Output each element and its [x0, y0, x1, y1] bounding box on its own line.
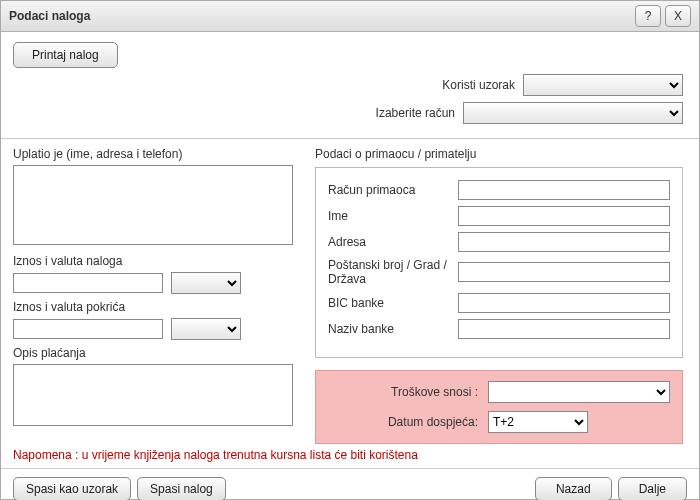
main-area: Uplatio je (ime, adresa i telefon) Iznos…	[1, 139, 699, 444]
top-selects: Koristi uzorak Izaberite račun	[1, 74, 699, 138]
recipient-fieldset: Račun primaoca Ime Adresa Poštanski broj…	[315, 167, 683, 358]
payment-desc-textarea[interactable]	[13, 364, 293, 426]
note-text: Napomena : u vrijeme knjiženja naloga tr…	[1, 444, 699, 468]
back-button[interactable]: Nazad	[535, 477, 612, 500]
recipient-address-input[interactable]	[458, 232, 670, 252]
due-date-label: Datum dospjeća:	[328, 415, 478, 429]
save-as-template-button[interactable]: Spasi kao uzorak	[13, 477, 131, 500]
recipient-bic-input[interactable]	[458, 293, 670, 313]
recipient-bank-label: Naziv banke	[328, 322, 458, 336]
payment-desc-label: Opis plaćanja	[13, 346, 293, 360]
amount-order-label: Iznos i valuta naloga	[13, 254, 293, 268]
print-order-button[interactable]: Printaj nalog	[13, 42, 118, 68]
recipient-account-input[interactable]	[458, 180, 670, 200]
amount-order-input[interactable]	[13, 273, 163, 293]
help-button[interactable]: ?	[635, 5, 661, 27]
recipient-bic-label: BIC banke	[328, 296, 458, 310]
cost-who-label: Troškove snosi :	[328, 385, 478, 399]
cost-who-select[interactable]	[488, 381, 670, 403]
recipient-address-label: Adresa	[328, 235, 458, 249]
amount-order-currency-select[interactable]	[171, 272, 241, 294]
save-order-button[interactable]: Spasi nalog	[137, 477, 226, 500]
use-template-label: Koristi uzorak	[442, 78, 515, 92]
use-template-select[interactable]	[523, 74, 683, 96]
close-button[interactable]: X	[665, 5, 691, 27]
recipient-section-label: Podaci o primaocu / primatelju	[315, 147, 683, 161]
titlebar: Podaci naloga ? X	[1, 1, 699, 32]
left-column: Uplatio je (ime, adresa i telefon) Iznos…	[13, 147, 293, 444]
dialog-title: Podaci naloga	[9, 9, 631, 23]
amount-cover-label: Iznos i valuta pokrića	[13, 300, 293, 314]
right-column: Podaci o primaocu / primatelju Račun pri…	[315, 147, 683, 444]
recipient-account-label: Račun primaoca	[328, 183, 458, 197]
payer-label: Uplatio je (ime, adresa i telefon)	[13, 147, 293, 161]
next-button[interactable]: Dalje	[618, 477, 687, 500]
payer-textarea[interactable]	[13, 165, 293, 245]
recipient-name-input[interactable]	[458, 206, 670, 226]
recipient-bank-input[interactable]	[458, 319, 670, 339]
amount-cover-currency-select[interactable]	[171, 318, 241, 340]
choose-account-select[interactable]	[463, 102, 683, 124]
recipient-postal-label: Poštanski broj / Grad / Država	[328, 258, 458, 287]
footer: Spasi kao uzorak Spasi nalog Nazad Dalje	[1, 468, 699, 500]
due-date-select[interactable]: T+2	[488, 411, 588, 433]
cost-box: Troškove snosi : Datum dospjeća: T+2	[315, 370, 683, 444]
choose-account-label: Izaberite račun	[376, 106, 455, 120]
recipient-name-label: Ime	[328, 209, 458, 223]
amount-cover-input[interactable]	[13, 319, 163, 339]
recipient-postal-input[interactable]	[458, 262, 670, 282]
toolbar: Printaj nalog	[1, 32, 699, 74]
dialog: Podaci naloga ? X Printaj nalog Koristi …	[0, 0, 700, 500]
